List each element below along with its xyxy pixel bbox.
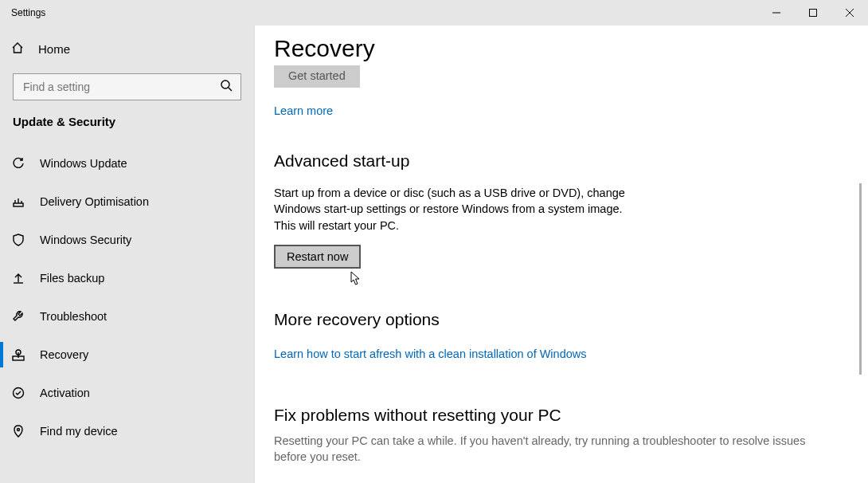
- sidebar-item-label: Troubleshoot: [40, 310, 107, 323]
- sidebar-item-delivery-optimisation[interactable]: Delivery Optimisation: [0, 183, 254, 221]
- sidebar-item-label: Delivery Optimisation: [40, 195, 149, 208]
- shield-icon: [11, 234, 25, 246]
- backup-icon: [11, 272, 25, 285]
- svg-point-10: [14, 388, 24, 399]
- sidebar-item-label: Activation: [40, 387, 90, 399]
- sidebar-item-find-my-device[interactable]: Find my device: [0, 412, 254, 450]
- advanced-startup-body: Start up from a device or disc (such as …: [274, 185, 632, 234]
- sidebar-item-label: Windows Security: [40, 234, 131, 246]
- window-controls: [758, 0, 868, 26]
- get-started-button[interactable]: Get started: [274, 65, 360, 88]
- home-nav[interactable]: Home: [0, 30, 254, 67]
- maximize-button[interactable]: [795, 0, 831, 26]
- location-icon: [11, 425, 25, 438]
- search-input[interactable]: [23, 80, 220, 93]
- sidebar-item-windows-update[interactable]: Windows Update: [0, 144, 254, 183]
- svg-point-11: [18, 429, 20, 431]
- sidebar-item-files-backup[interactable]: Files backup: [0, 259, 254, 297]
- fresh-install-link[interactable]: Learn how to start afresh with a clean i…: [274, 348, 587, 360]
- delivery-icon: [11, 195, 25, 208]
- fix-problems-heading: Fix problems without resetting your PC: [274, 406, 825, 425]
- sidebar-item-troubleshoot[interactable]: Troubleshoot: [0, 297, 254, 336]
- scrollbar-thumb[interactable]: [859, 183, 862, 375]
- sidebar-item-label: Files backup: [40, 272, 104, 285]
- svg-point-4: [221, 80, 229, 88]
- advanced-startup-heading: Advanced start-up: [274, 151, 825, 171]
- wrench-icon: [11, 310, 25, 323]
- sidebar-section-title: Update & Security: [0, 104, 254, 135]
- learn-more-link[interactable]: Learn more: [274, 104, 333, 117]
- sidebar-item-windows-security[interactable]: Windows Security: [0, 221, 254, 259]
- sidebar-item-label: Find my device: [40, 425, 118, 438]
- minimize-button[interactable]: [758, 0, 795, 26]
- svg-rect-1: [810, 10, 817, 17]
- window-title: Settings: [11, 7, 45, 18]
- sidebar: Home Update & Security Windows Update De…: [0, 0, 255, 483]
- search-box[interactable]: [13, 73, 241, 100]
- svg-rect-6: [14, 203, 23, 206]
- nav-list: Windows Update Delivery Optimisation Win…: [0, 144, 254, 450]
- check-circle-icon: [11, 387, 25, 399]
- main-content: Recovery Get started Learn more Advanced…: [255, 0, 868, 483]
- sidebar-item-activation[interactable]: Activation: [0, 374, 254, 412]
- fix-problems-body: Resetting your PC can take a while. If y…: [274, 433, 815, 465]
- title-bar: Settings: [0, 0, 868, 26]
- home-label: Home: [38, 42, 70, 56]
- more-options-heading: More recovery options: [274, 310, 825, 329]
- restart-now-button[interactable]: Restart now: [274, 245, 361, 269]
- scrollbar[interactable]: [858, 0, 862, 483]
- sidebar-item-label: Windows Update: [40, 157, 127, 170]
- sidebar-item-label: Recovery: [40, 348, 88, 361]
- sync-icon: [11, 157, 25, 170]
- home-icon: [11, 41, 24, 57]
- recovery-icon: [11, 348, 25, 361]
- page-title: Recovery: [274, 35, 825, 62]
- close-button[interactable]: [831, 0, 868, 26]
- search-icon: [220, 79, 233, 95]
- svg-line-5: [229, 88, 232, 91]
- sidebar-item-recovery[interactable]: Recovery: [0, 336, 254, 374]
